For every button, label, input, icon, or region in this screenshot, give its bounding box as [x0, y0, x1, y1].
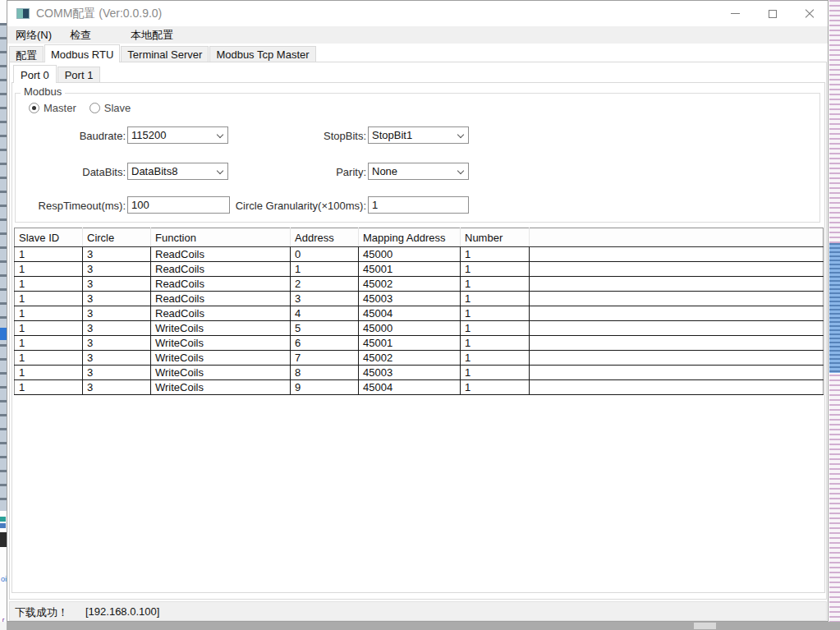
titlebar[interactable]: COMM配置 (Ver:0.0.9.0): [7, 1, 828, 26]
table-cell[interactable]: 3: [83, 277, 151, 292]
master-radio[interactable]: [29, 103, 39, 113]
table-cell[interactable]: WriteCoils: [151, 380, 291, 395]
table-cell[interactable]: [530, 351, 824, 366]
col-number[interactable]: Number: [461, 228, 530, 247]
circle-granularity-input[interactable]: [368, 196, 469, 214]
table-cell[interactable]: 45001: [359, 262, 461, 277]
table-cell[interactable]: 45000: [359, 321, 461, 336]
table-cell[interactable]: 1: [15, 247, 83, 262]
table-cell[interactable]: WriteCoils: [151, 321, 291, 336]
table-cell[interactable]: ReadCoils: [151, 292, 291, 306]
tab-modbus-rtu[interactable]: Modbus RTU: [44, 44, 120, 62]
table-row[interactable]: 13WriteCoils9450041: [15, 380, 824, 395]
tab-port-1[interactable]: Port 1: [57, 67, 101, 82]
tab-port-0[interactable]: Port 0: [13, 65, 57, 83]
table-cell[interactable]: 8: [291, 366, 359, 380]
col-circle[interactable]: Circle: [83, 228, 151, 247]
table-cell[interactable]: 9: [291, 380, 359, 395]
table-cell[interactable]: 3: [83, 247, 151, 262]
table-cell[interactable]: 1: [15, 277, 83, 292]
table-cell[interactable]: 1: [15, 336, 83, 351]
table-cell[interactable]: 1: [15, 380, 83, 395]
table-cell[interactable]: 1: [291, 262, 359, 277]
col-address[interactable]: Address: [291, 228, 359, 247]
table-cell[interactable]: 1: [461, 262, 530, 277]
slave-radio[interactable]: [90, 103, 100, 113]
slave-radio-label[interactable]: Slave: [104, 102, 131, 114]
table-row[interactable]: 13WriteCoils5450001: [15, 321, 824, 336]
table-cell[interactable]: [530, 321, 824, 336]
table-cell[interactable]: [530, 292, 824, 306]
close-button[interactable]: [791, 1, 828, 26]
table-cell[interactable]: [530, 380, 824, 395]
table-cell[interactable]: 1: [15, 292, 83, 306]
table-cell[interactable]: 6: [291, 336, 359, 351]
table-cell[interactable]: 45004: [359, 380, 461, 395]
table-row[interactable]: 13ReadCoils3450031: [15, 292, 824, 306]
minimize-button[interactable]: [717, 1, 754, 26]
table-cell[interactable]: 1: [15, 321, 83, 336]
table-cell[interactable]: 1: [15, 262, 83, 277]
table-cell[interactable]: 1: [461, 306, 530, 321]
table-cell[interactable]: [530, 277, 824, 292]
table-cell[interactable]: WriteCoils: [151, 351, 291, 366]
table-cell[interactable]: 3: [83, 366, 151, 380]
table-cell[interactable]: 1: [461, 321, 530, 336]
table-cell[interactable]: [530, 366, 824, 380]
table-cell[interactable]: 1: [461, 247, 530, 262]
table-cell[interactable]: 45000: [359, 247, 461, 262]
table-cell[interactable]: [530, 247, 824, 262]
table-cell[interactable]: ReadCoils: [151, 277, 291, 292]
background-editor-scrollbar[interactable]: [0, 622, 840, 630]
table-cell[interactable]: 5: [291, 321, 359, 336]
table-cell[interactable]: 1: [461, 336, 530, 351]
table-cell[interactable]: [530, 336, 824, 351]
table-row[interactable]: 13ReadCoils0450001: [15, 247, 824, 262]
table-cell[interactable]: 1: [461, 351, 530, 366]
table-cell[interactable]: 45004: [359, 306, 461, 321]
table-row[interactable]: 13WriteCoils8450031: [15, 366, 824, 380]
table-row[interactable]: 13ReadCoils2450021: [15, 277, 824, 292]
table-cell[interactable]: 1: [15, 366, 83, 380]
col-function[interactable]: Function: [151, 228, 291, 247]
table-row[interactable]: 13WriteCoils6450011: [15, 336, 824, 351]
table-cell[interactable]: 45002: [359, 351, 461, 366]
table-cell[interactable]: ReadCoils: [151, 262, 291, 277]
table-cell[interactable]: 3: [83, 321, 151, 336]
col-mapping-address[interactable]: Mapping Address: [359, 228, 461, 247]
table-cell[interactable]: 1: [461, 366, 530, 380]
table-cell[interactable]: 2: [291, 277, 359, 292]
table-cell[interactable]: 4: [291, 306, 359, 321]
stopbits-select[interactable]: StopBit1: [368, 126, 469, 144]
table-cell[interactable]: 1: [461, 277, 530, 292]
table-row[interactable]: 13WriteCoils7450021: [15, 351, 824, 366]
table-cell[interactable]: 3: [83, 336, 151, 351]
table-cell[interactable]: ReadCoils: [151, 306, 291, 321]
table-cell[interactable]: 1: [15, 351, 83, 366]
table-cell[interactable]: 45001: [359, 336, 461, 351]
table-cell[interactable]: 3: [83, 306, 151, 321]
table-cell[interactable]: 0: [291, 247, 359, 262]
table-row[interactable]: 13ReadCoils1450011: [15, 262, 824, 277]
table-cell[interactable]: 1: [461, 380, 530, 395]
table-cell[interactable]: WriteCoils: [151, 366, 291, 380]
tab-terminal-server[interactable]: Terminal Server: [121, 46, 209, 62]
table-cell[interactable]: ReadCoils: [151, 247, 291, 262]
table-cell[interactable]: 3: [83, 292, 151, 306]
col-slave-id[interactable]: Slave ID: [15, 228, 83, 247]
parity-select[interactable]: None: [368, 163, 469, 180]
tab-config[interactable]: 配置: [9, 46, 44, 62]
maximize-button[interactable]: [754, 1, 791, 26]
table-row[interactable]: 13ReadCoils4450041: [15, 306, 824, 321]
table-cell[interactable]: 45003: [359, 292, 461, 306]
table-cell[interactable]: 45003: [359, 366, 461, 380]
menu-item-check[interactable]: 检查: [67, 27, 94, 44]
master-radio-label[interactable]: Master: [44, 102, 76, 114]
table-cell[interactable]: 3: [83, 262, 151, 277]
table-cell[interactable]: WriteCoils: [151, 336, 291, 351]
table-cell[interactable]: 3: [83, 351, 151, 366]
menu-item-local-config[interactable]: 本地配置: [127, 27, 177, 44]
table-cell[interactable]: 45002: [359, 277, 461, 292]
table-cell[interactable]: 1: [15, 306, 83, 321]
scrollbar-thumb[interactable]: [694, 623, 716, 629]
